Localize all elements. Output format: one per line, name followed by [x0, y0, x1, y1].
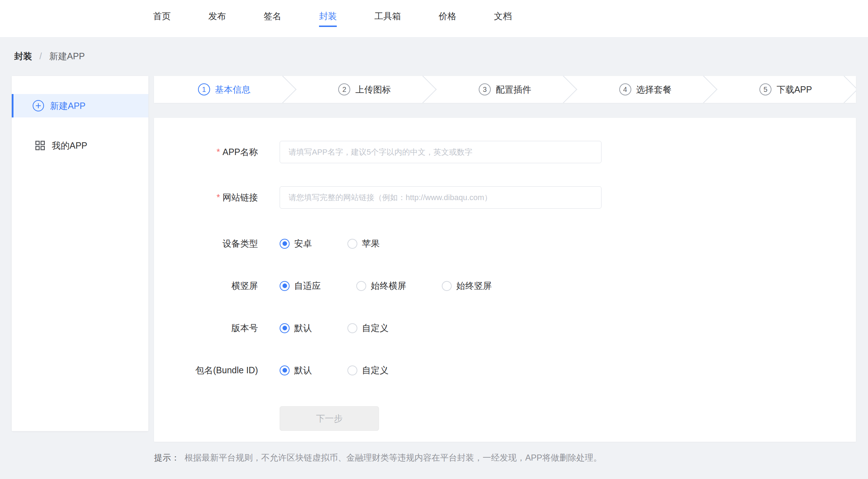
- radio-selected-icon: [280, 239, 290, 249]
- radio-unselected-icon: [347, 323, 357, 333]
- grid-icon: [34, 139, 46, 152]
- radio-label: 苹果: [362, 238, 380, 249]
- radio-label: 默认: [294, 322, 312, 334]
- step-label: 基本信息: [215, 84, 251, 95]
- form-row-orientation: 横竖屏 自适应 始终横屏 始终竖屏: [154, 280, 856, 292]
- radio-label: 安卓: [294, 238, 312, 249]
- breadcrumb: 封装 / 新建APP: [0, 38, 868, 76]
- bundle-id-label: 包名(Bundle ID): [154, 364, 258, 376]
- radio-android[interactable]: 安卓: [280, 238, 312, 249]
- form-row-bundle-id: 包名(Bundle ID) 默认 自定义: [154, 364, 856, 376]
- field-label-text: 网站链接: [223, 192, 258, 202]
- radio-label: 始终横屏: [371, 280, 406, 292]
- radio-label: 自定义: [362, 364, 389, 376]
- top-nav: 首页 发布 签名 封装 工具箱 价格 文档: [0, 0, 868, 38]
- radio-always-portrait[interactable]: 始终竖屏: [442, 280, 492, 292]
- radio-ios[interactable]: 苹果: [347, 238, 380, 249]
- step-4-choose-plan: 4 选择套餐: [575, 76, 716, 103]
- step-label: 配置插件: [496, 84, 531, 95]
- radio-adaptive[interactable]: 自适应: [280, 280, 321, 292]
- sidebar-item-new-app[interactable]: 新建APP: [12, 94, 148, 117]
- form-row-app-name: *APP名称: [154, 141, 856, 163]
- orientation-label: 横竖屏: [154, 280, 258, 292]
- radio-unselected-icon: [356, 281, 366, 291]
- nav-item-pricing[interactable]: 价格: [439, 10, 456, 27]
- form-row-version: 版本号 默认 自定义: [154, 322, 856, 334]
- step-number: 4: [619, 83, 631, 95]
- radio-selected-icon: [280, 281, 290, 291]
- step-label: 下载APP: [776, 84, 812, 95]
- site-url-input[interactable]: [280, 186, 601, 209]
- nav-item-home[interactable]: 首页: [153, 10, 171, 27]
- required-mark: *: [216, 192, 220, 202]
- sidebar-item-label: 我的APP: [52, 140, 87, 152]
- page: 首页 发布 签名 封装 工具箱 价格 文档 封装 / 新建APP 新建APP: [0, 0, 868, 462]
- device-type-label: 设备类型: [154, 238, 258, 249]
- radio-unselected-icon: [442, 281, 452, 291]
- breadcrumb-separator: /: [39, 51, 42, 61]
- step-number: 3: [479, 83, 491, 95]
- step-number: 2: [338, 83, 350, 95]
- nav-item-publish[interactable]: 发布: [208, 10, 226, 27]
- radio-label: 默认: [294, 364, 312, 376]
- step-5-download-app: 5 下载APP: [715, 76, 856, 103]
- nav-item-package[interactable]: 封装: [319, 10, 337, 27]
- step-3-configure-plugins: 3 配置插件: [435, 76, 575, 103]
- plus-circle-icon: [32, 100, 44, 112]
- breadcrumb-section[interactable]: 封装: [14, 51, 32, 61]
- main-panel: 1 基本信息 2 上传图标 3 配置插件 4 选择套餐 5 下载APP: [154, 76, 856, 462]
- step-number: 1: [198, 83, 210, 95]
- form-card: *APP名称 *网站链接 设备类型 安卓: [154, 118, 856, 442]
- app-name-label: *APP名称: [154, 146, 258, 158]
- tip-prefix: 提示：: [154, 453, 180, 462]
- field-label-text: APP名称: [223, 147, 258, 157]
- radio-label: 始终竖屏: [456, 280, 492, 292]
- radio-version-default[interactable]: 默认: [280, 322, 312, 334]
- radio-version-custom[interactable]: 自定义: [347, 322, 389, 334]
- form-row-submit: 下一步: [154, 406, 856, 431]
- required-mark: *: [216, 147, 220, 157]
- radio-label: 自定义: [362, 322, 389, 334]
- sidebar-item-label: 新建APP: [50, 100, 86, 112]
- step-label: 上传图标: [355, 84, 391, 95]
- sidebar: 新建APP 我的APP: [12, 76, 148, 431]
- version-label: 版本号: [154, 322, 258, 334]
- step-2-upload-icon: 2 上传图标: [295, 76, 435, 103]
- form-row-site-url: *网站链接: [154, 186, 856, 209]
- breadcrumb-current: 新建APP: [49, 51, 85, 61]
- radio-selected-icon: [280, 365, 290, 375]
- platform-rule-tip: 提示：根据最新平台规则，不允许区块链虚拟币、金融理财类等违规内容在平台封装，一经…: [154, 453, 856, 462]
- nav-item-docs[interactable]: 文档: [494, 10, 512, 27]
- step-1-basic-info: 1 基本信息: [154, 76, 295, 103]
- radio-selected-icon: [280, 323, 290, 333]
- radio-unselected-icon: [347, 239, 357, 249]
- form-row-device-type: 设备类型 安卓 苹果: [154, 238, 856, 249]
- radio-label: 自适应: [294, 280, 321, 292]
- radio-bundle-default[interactable]: 默认: [280, 364, 312, 376]
- tip-body: 根据最新平台规则，不允许区块链虚拟币、金融理财类等违规内容在平台封装，一经发现，…: [185, 453, 602, 462]
- radio-unselected-icon: [347, 365, 357, 375]
- sidebar-item-my-app[interactable]: 我的APP: [12, 134, 148, 157]
- nav-item-toolbox[interactable]: 工具箱: [374, 10, 401, 27]
- step-label: 选择套餐: [636, 84, 672, 95]
- radio-bundle-custom[interactable]: 自定义: [347, 364, 389, 376]
- next-step-button[interactable]: 下一步: [280, 406, 379, 431]
- site-url-label: *网站链接: [154, 192, 258, 203]
- radio-always-landscape[interactable]: 始终横屏: [356, 280, 406, 292]
- content: 新建APP 我的APP 1 基本信息: [0, 76, 868, 462]
- nav-menu: 首页 发布 签名 封装 工具箱 价格 文档: [0, 10, 512, 27]
- step-number: 5: [759, 83, 771, 95]
- steps-bar: 1 基本信息 2 上传图标 3 配置插件 4 选择套餐 5 下载APP: [154, 76, 856, 103]
- nav-item-sign[interactable]: 签名: [264, 10, 281, 27]
- app-name-input[interactable]: [280, 141, 601, 163]
